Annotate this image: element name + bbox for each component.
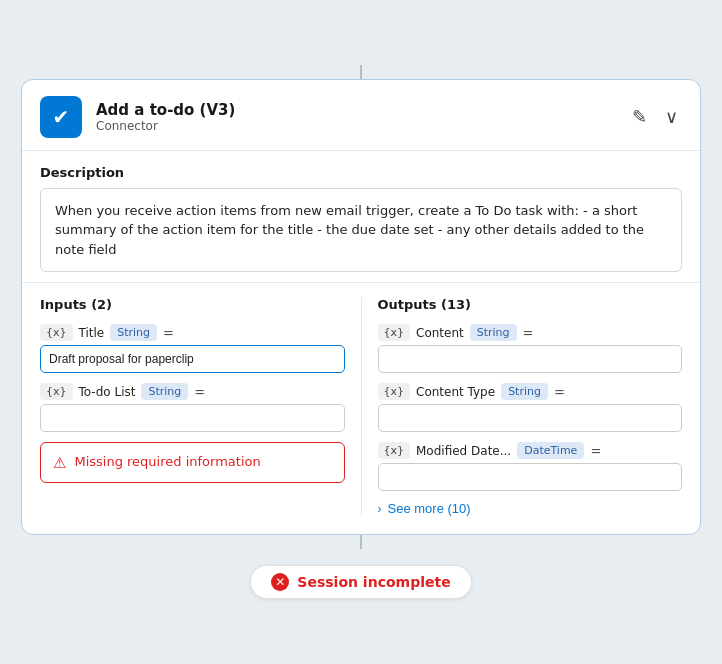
expr-tag-content: {x} bbox=[378, 324, 411, 341]
todolist-input[interactable] bbox=[40, 404, 345, 432]
modified-date-input[interactable] bbox=[378, 463, 683, 491]
field-tag-row-title: {x} Title String = bbox=[40, 324, 345, 341]
outputs-column: Outputs (13) {x} Content String = {x} bbox=[362, 297, 683, 516]
connector-line-bottom bbox=[360, 535, 362, 549]
outputs-title: Outputs (13) bbox=[378, 297, 683, 312]
card-title: Add a to-do (V3) bbox=[96, 101, 235, 119]
session-badge: ✕ Session incomplete bbox=[250, 565, 471, 599]
error-text: Missing required information bbox=[74, 453, 260, 471]
header-text: Add a to-do (V3) Connector bbox=[96, 101, 235, 133]
header-left: ✔ Add a to-do (V3) Connector bbox=[40, 96, 235, 138]
inputs-column: Inputs (2) {x} Title String = {x} To- bbox=[40, 297, 362, 516]
output-field-content: {x} Content String = bbox=[378, 324, 683, 373]
field-name-modified-date: Modified Date... bbox=[416, 444, 511, 458]
edit-button[interactable]: ✎ bbox=[628, 104, 651, 130]
field-type-modified-date: DateTime bbox=[517, 442, 584, 459]
expr-tag-title: {x} bbox=[40, 324, 73, 341]
field-tag-row-content: {x} Content String = bbox=[378, 324, 683, 341]
equals-title: = bbox=[163, 325, 174, 340]
description-section: Description When you receive action item… bbox=[22, 151, 700, 283]
field-type-title: String bbox=[110, 324, 157, 341]
field-tag-row-content-type: {x} Content Type String = bbox=[378, 383, 683, 400]
card-header: ✔ Add a to-do (V3) Connector ✎ ∨ bbox=[22, 80, 700, 151]
field-name-content: Content bbox=[416, 326, 464, 340]
equals-todolist: = bbox=[194, 384, 205, 399]
field-tag-row-todolist: {x} To-do List String = bbox=[40, 383, 345, 400]
header-actions: ✎ ∨ bbox=[628, 104, 682, 130]
field-name-title: Title bbox=[79, 326, 105, 340]
io-section: Inputs (2) {x} Title String = {x} To- bbox=[22, 282, 700, 534]
expr-tag-todolist: {x} bbox=[40, 383, 73, 400]
equals-modified-date: = bbox=[590, 443, 601, 458]
title-input[interactable] bbox=[40, 345, 345, 373]
connector-icon-box: ✔ bbox=[40, 96, 82, 138]
field-tag-row-modified-date: {x} Modified Date... DateTime = bbox=[378, 442, 683, 459]
card-subtitle: Connector bbox=[96, 119, 235, 133]
content-input[interactable] bbox=[378, 345, 683, 373]
action-card: ✔ Add a to-do (V3) Connector ✎ ∨ Descrip… bbox=[21, 79, 701, 536]
inputs-title: Inputs (2) bbox=[40, 297, 345, 312]
output-field-modified-date: {x} Modified Date... DateTime = bbox=[378, 442, 683, 491]
checkmark-icon: ✔ bbox=[53, 105, 70, 129]
chevron-right-icon: › bbox=[378, 502, 382, 516]
see-more-label: See more (10) bbox=[388, 501, 471, 516]
output-field-content-type: {x} Content Type String = bbox=[378, 383, 683, 432]
warning-icon: ⚠ bbox=[53, 454, 66, 472]
session-bar: ✕ Session incomplete bbox=[250, 565, 471, 599]
expr-tag-content-type: {x} bbox=[378, 383, 411, 400]
field-type-content: String bbox=[470, 324, 517, 341]
content-type-input[interactable] bbox=[378, 404, 683, 432]
equals-content-type: = bbox=[554, 384, 565, 399]
field-name-content-type: Content Type bbox=[416, 385, 495, 399]
expr-tag-modified-date: {x} bbox=[378, 442, 411, 459]
input-field-todolist: {x} To-do List String = bbox=[40, 383, 345, 432]
description-text: When you receive action items from new e… bbox=[40, 188, 682, 273]
connector-line-top bbox=[360, 65, 362, 79]
equals-content: = bbox=[523, 325, 534, 340]
input-field-title: {x} Title String = bbox=[40, 324, 345, 373]
session-error-icon: ✕ bbox=[271, 573, 289, 591]
see-more-button[interactable]: › See more (10) bbox=[378, 501, 471, 516]
error-box: ⚠ Missing required information bbox=[40, 442, 345, 483]
collapse-button[interactable]: ∨ bbox=[661, 104, 682, 130]
field-type-content-type: String bbox=[501, 383, 548, 400]
field-type-todolist: String bbox=[141, 383, 188, 400]
session-text: Session incomplete bbox=[297, 574, 450, 590]
field-name-todolist: To-do List bbox=[79, 385, 136, 399]
description-label: Description bbox=[40, 165, 682, 180]
